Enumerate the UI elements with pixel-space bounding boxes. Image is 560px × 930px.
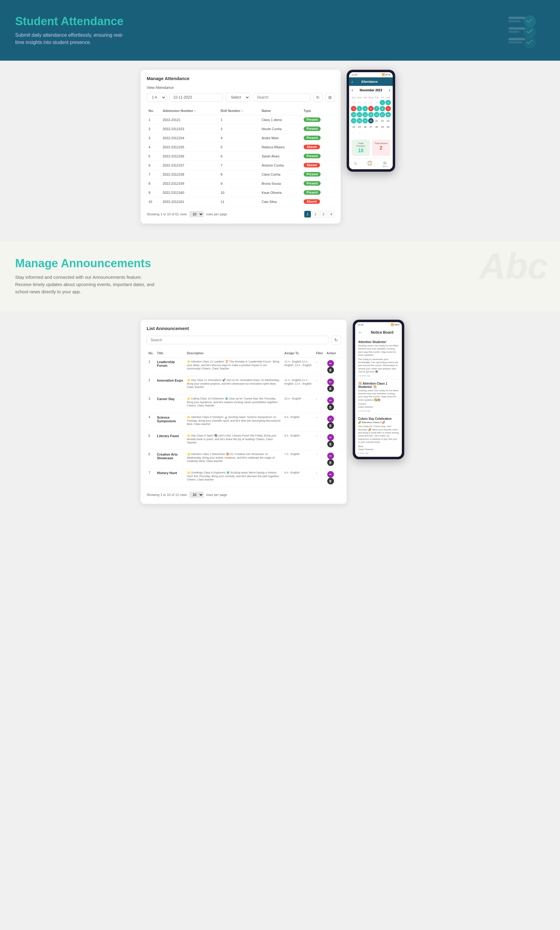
edit-announcement-button[interactable]: ✏ [327, 434, 334, 441]
mobile-bottom-nav: ⌂ 📋 ⊞ Menu [349, 159, 393, 169]
attendance-table-row: 7 2022-2312158 8 Clara Cunha Present [147, 170, 334, 179]
menu-nav[interactable]: ⊞ Menu [382, 160, 388, 168]
delete-announcement-button[interactable]: 🗑 [327, 385, 334, 392]
attendance-hero-section: Student Attendance Submit daily attendan… [0, 0, 560, 61]
delete-announcement-button[interactable]: 🗑 [327, 422, 334, 429]
ann-cell-action: ✏ 🗑 [325, 469, 341, 487]
notice-back-button[interactable]: ← [358, 330, 363, 335]
announcement-table-row: 1 Leadership Forum 🌟 Attention Class 12 … [147, 358, 341, 376]
status-time: 11:37 [351, 73, 357, 76]
cal-day: 7 [374, 106, 379, 111]
cell-name: Clara Cunha [260, 170, 302, 179]
cell-name: Andre Melo [260, 134, 302, 143]
cell-name: Class 1 demo [260, 115, 302, 124]
select-filter[interactable]: Select [226, 93, 250, 102]
svg-rect-5 [508, 31, 519, 33]
total-present-card: Total Present 18 [351, 140, 370, 156]
edit-announcement-button[interactable]: ✏ [327, 416, 334, 422]
announcements-search-input[interactable] [147, 336, 328, 344]
date-filter[interactable] [169, 93, 223, 102]
cal-day: 25 [357, 124, 362, 129]
notice-body-1: Exciting news! Get ready for fun-filled … [358, 344, 399, 357]
cell-name: Caio Silva [260, 197, 302, 206]
ann-rows-per-page-select[interactable]: 10 [189, 492, 204, 498]
notice-sender-2: 🎊 Attention Class 1 Students! 🎊 [358, 382, 399, 388]
mobile-back-button[interactable]: ‹ [351, 79, 353, 84]
mobile-notice-board-mockup: 11:52 📶 86% ← Notice Board Attention Stu… [353, 320, 404, 459]
search-input[interactable] [253, 93, 310, 102]
cell-type: Absent [302, 143, 334, 152]
cal-day: 10 [351, 112, 356, 117]
calendar-month: November 2023 [360, 89, 382, 92]
delete-announcement-button[interactable]: 🗑 [327, 404, 334, 410]
prev-month-button[interactable]: ‹ [351, 88, 353, 92]
cell-name: Antonio Cunha [260, 161, 302, 170]
mobile-header: ‹ Attendance [349, 77, 393, 86]
home-nav[interactable]: ⌂ [354, 160, 357, 168]
attendance-table-row: 4 2022-2312155 5 Rebeca Ribeiro Absent [147, 143, 334, 152]
total-present-value: 18 [354, 148, 368, 154]
class-filter[interactable]: 1 A [147, 93, 166, 102]
page-4-button[interactable]: 4 [328, 211, 334, 217]
notice-body-3: Get ready for 'Colors Day' next Monday! … [358, 425, 399, 444]
page-buttons: 1 2 3 4 [304, 211, 334, 217]
edit-announcement-button[interactable]: ✏ [327, 397, 334, 404]
ann-cell-files: - [314, 395, 325, 413]
ann-cell-files: - [314, 358, 325, 376]
edit-announcement-button[interactable]: ✏ [327, 379, 334, 385]
rows-per-page-select[interactable]: 10 [189, 211, 204, 217]
ann-cell-title: Creative Arts Showcase [155, 450, 185, 469]
cal-day: 23 [385, 118, 391, 123]
delete-announcement-button[interactable]: 🗑 [327, 367, 334, 373]
announcements-hero-section: Manage Announcements Stay informed and c… [0, 242, 560, 311]
ann-cell-description: 🌟 Attention Class 12 Leaders! 🏆 This Mon… [185, 358, 283, 376]
cell-no: 3 [147, 134, 161, 143]
cal-day: 2 [385, 100, 391, 105]
pagination-info: Showing 1 to 10 of 61 rows 10 rows per p… [147, 211, 227, 217]
cell-admission: 2022-23121 [161, 115, 219, 124]
cal-day: 6 [368, 106, 374, 111]
cal-day: 3 [351, 106, 356, 111]
ann-cell-description: 🌟 Hey Class 11 Innovators! 🚀 Join us for… [185, 376, 283, 395]
ann-cell-assign: 8 A - English [282, 432, 314, 450]
ann-col-title: Title [155, 349, 185, 358]
ann-cell-assign: 7 A - English [282, 450, 314, 469]
notice-status-time: 11:52 [357, 323, 364, 326]
delete-announcement-button[interactable]: 🗑 [327, 478, 334, 484]
page-1-button[interactable]: 1 [304, 211, 311, 217]
page-2-button[interactable]: 2 [312, 211, 319, 217]
ann-cell-action: ✏ 🗑 [325, 376, 341, 395]
ann-cell-assign: 10 A - English [282, 395, 314, 413]
book-nav[interactable]: 📋 [367, 160, 372, 168]
ann-cell-assign: 11 A - English,11 A - English, 11 A - En… [282, 376, 314, 395]
delete-announcement-button[interactable]: 🗑 [327, 459, 334, 466]
cell-roll: 4 [219, 134, 260, 143]
ann-cell-action: ✏ 🗑 [325, 432, 341, 450]
edit-announcement-button[interactable]: ✏ [327, 471, 334, 478]
cal-day: 9 [385, 106, 391, 111]
attendance-panel-subtitle: View Attendance [147, 86, 334, 90]
ann-cell-title: Literary Feast [155, 432, 185, 450]
announcements-refresh-button[interactable]: ↻ [331, 336, 341, 345]
attendance-table-row: 3 2022-2312154 4 Andre Melo Present [147, 134, 334, 143]
ann-cell-files: - [314, 450, 325, 469]
attendance-dual-display: Manage Attendance View Attendance 1 A Se… [141, 70, 419, 223]
cal-day: 15 [380, 112, 385, 117]
notice-time-3: 3 days ago [358, 452, 399, 454]
cell-admission: 2022-2312156 [161, 152, 219, 161]
notice-status-icons: 📶 86% [391, 323, 399, 326]
refresh-button[interactable]: ↻ [313, 93, 322, 102]
page-3-button[interactable]: 3 [320, 211, 327, 217]
delete-announcement-button[interactable]: 🗑 [327, 441, 334, 447]
attendance-badge: Present [304, 117, 321, 122]
edit-announcement-button[interactable]: ✏ [327, 360, 334, 367]
next-month-button[interactable]: › [389, 88, 390, 92]
attendance-filters-row: 1 A Select ↻ ⊞ [147, 93, 334, 102]
notice-body-2: Exciting news! Get ready for fun-filled … [358, 389, 399, 402]
cell-type: Present [302, 115, 334, 124]
attendance-hero-description: Submit daily attendance effortlessly, en… [15, 32, 130, 46]
attendance-badge: Absent [304, 163, 320, 168]
total-absent-value: 2 [374, 145, 388, 151]
edit-announcement-button[interactable]: ✏ [327, 453, 334, 459]
grid-view-button[interactable]: ⊞ [325, 93, 334, 102]
